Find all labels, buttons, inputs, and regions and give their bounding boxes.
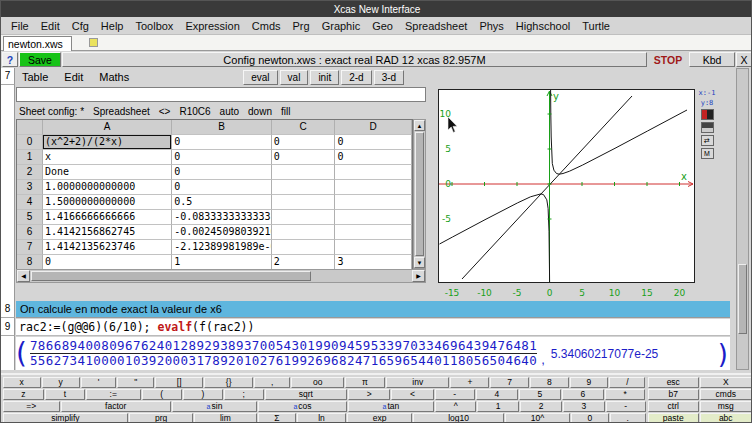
menu-edit[interactable]: Edit <box>35 20 66 32</box>
key-5[interactable]: 5 <box>519 389 561 400</box>
cell-A2[interactable]: Done <box>43 165 172 180</box>
side-key-paste[interactable]: paste <box>648 413 700 423</box>
line-number-8[interactable]: 8 <box>1 301 15 318</box>
key-1[interactable]: 1 <box>477 401 519 412</box>
cell-B5[interactable]: -0.0833333333333 <box>172 210 272 225</box>
key-r1c4[interactable]: ) <box>183 389 223 400</box>
sheet-vertical-scrollbar[interactable]: ▲ ▼ <box>413 119 426 269</box>
horizontal-scroll-thumb[interactable] <box>31 271 311 281</box>
sheet-menu-table[interactable]: Table <box>16 71 58 83</box>
sheet-corner[interactable] <box>17 120 43 135</box>
key-r0c10[interactable]: + <box>450 377 489 388</box>
cell-D0[interactable]: 0 <box>335 135 412 150</box>
key-prg[interactable]: prg <box>129 413 193 423</box>
key-tan[interactable]: atan <box>348 401 435 412</box>
cell-C6[interactable] <box>272 225 336 240</box>
vertical-scroll-thumb[interactable] <box>415 132 424 256</box>
scroll-up-icon[interactable]: ▲ <box>414 120 425 131</box>
key-7[interactable]: 7 <box>490 377 529 388</box>
sheet-config-item[interactable]: Sheet config: * <box>19 106 84 117</box>
graph-menu-icon[interactable]: M <box>701 148 714 159</box>
side-key-b7[interactable]: b7 <box>648 389 700 400</box>
key-x[interactable]: x <box>3 377 41 388</box>
row-header-2[interactable]: 2 <box>17 165 43 180</box>
key-sin[interactable]: asin <box>172 401 258 412</box>
scroll-left-icon[interactable]: ◀ <box>17 270 30 282</box>
cell-C1[interactable]: 0 <box>272 150 336 165</box>
cell-C7[interactable] <box>272 240 336 255</box>
cell-D2[interactable] <box>335 165 412 180</box>
menu-spreadsheet[interactable]: Spreadsheet <box>399 20 473 32</box>
scroll-down-icon[interactable]: ▼ <box>414 257 425 268</box>
cell-B8[interactable]: 1 <box>172 255 272 270</box>
cell-A0[interactable]: (x^2+2)/(2*x) <box>43 135 172 150</box>
key-r0c5[interactable]: {} <box>204 377 253 388</box>
menu-expression[interactable]: Expression <box>179 20 245 32</box>
sheet-config-item[interactable]: down <box>248 106 272 117</box>
cell-B6[interactable]: -0.00245098039216 <box>172 225 272 240</box>
comment-line[interactable]: On calcule en mode exact la valeur de x6 <box>16 301 730 318</box>
cell-A4[interactable]: 1.5000000000000 <box>43 195 172 210</box>
config-button[interactable]: Config newton.xws : exact real RAD 12 xc… <box>62 52 647 67</box>
key-r0c4[interactable]: [] <box>155 377 203 388</box>
cell-A6[interactable]: 1.4142156862745 <box>43 225 172 240</box>
tab-newton-xws[interactable]: newton.xws <box>3 36 72 51</box>
button-eval[interactable]: eval <box>243 70 277 85</box>
row-header-7[interactable]: 7 <box>17 240 43 255</box>
row-header-5[interactable]: 5 <box>17 210 43 225</box>
graph-config-icon[interactable] <box>701 109 714 120</box>
cell-B7[interactable]: -2.12389981989e-06 <box>172 240 272 255</box>
row-header-6[interactable]: 6 <box>17 225 43 240</box>
scroll-right-icon[interactable]: ▶ <box>412 270 425 282</box>
side-key-msg[interactable]: msg <box>700 401 752 412</box>
key-r1c8[interactable]: < <box>391 389 433 400</box>
button-2d[interactable]: 2-d <box>341 70 371 85</box>
col-header-b[interactable]: B <box>172 120 272 135</box>
stop-button[interactable]: STOP <box>648 52 688 67</box>
key-r1c13[interactable]: * <box>605 389 646 400</box>
cell-D3[interactable] <box>335 180 412 195</box>
help-button[interactable]: ? <box>2 52 18 67</box>
cell-D1[interactable]: 0 <box>335 150 412 165</box>
key-sqrt[interactable]: sqrt <box>265 389 348 400</box>
graph-pan-icon[interactable]: ⇄ <box>701 135 714 146</box>
cell-A1[interactable]: x <box>43 150 172 165</box>
cell-C3[interactable] <box>272 180 336 195</box>
cell-D8[interactable]: 3 <box>335 255 412 270</box>
col-header-d[interactable]: D <box>335 120 412 135</box>
cell-D7[interactable] <box>335 240 412 255</box>
row-header-4[interactable]: 4 <box>17 195 43 210</box>
key-r0c8[interactable]: π <box>345 377 385 388</box>
menu-toolbox[interactable]: Toolbox <box>129 20 179 32</box>
sheet-menu-maths[interactable]: Maths <box>93 71 139 83</box>
cell-B2[interactable]: 0 <box>172 165 272 180</box>
key-r0c14[interactable]: / <box>609 377 645 388</box>
key-r0c6[interactable]: , <box>254 377 290 388</box>
key-log10[interactable]: log10 <box>413 413 504 423</box>
cell-C2[interactable] <box>272 165 336 180</box>
col-header-a[interactable]: A <box>43 120 172 135</box>
cell-A3[interactable]: 1.0000000000000 <box>43 180 172 195</box>
button-3d[interactable]: 3-d <box>374 70 404 85</box>
key-r3c9[interactable]: . <box>610 413 646 423</box>
sheet-config-item[interactable]: auto <box>220 106 239 117</box>
key-r0c2[interactable]: ' <box>81 377 117 388</box>
cell-B0[interactable]: 0 <box>172 135 272 150</box>
graph-canvas[interactable]: -15-10-5051015201050-5xy <box>438 89 695 301</box>
row-header-8[interactable]: 8 <box>17 255 43 270</box>
cell-D4[interactable] <box>335 195 412 210</box>
key-y[interactable]: y <box>42 377 80 388</box>
scroll-track[interactable] <box>312 270 412 282</box>
menu-cmds[interactable]: Cmds <box>246 20 287 32</box>
key-2[interactable]: 2 <box>520 401 562 412</box>
key-9[interactable]: 9 <box>570 377 609 388</box>
cell-C8[interactable]: 2 <box>272 255 336 270</box>
cell-B3[interactable]: 0 <box>172 180 272 195</box>
side-key-abc[interactable]: abc <box>700 413 752 423</box>
menu-turtle[interactable]: Turtle <box>576 20 616 32</box>
cell-A8[interactable]: 0 <box>43 255 172 270</box>
side-key-cmds[interactable]: cmds <box>700 389 752 400</box>
key-r1c5[interactable]: ; <box>224 389 264 400</box>
save-button[interactable]: Save <box>19 52 61 67</box>
key-6[interactable]: 6 <box>562 389 604 400</box>
